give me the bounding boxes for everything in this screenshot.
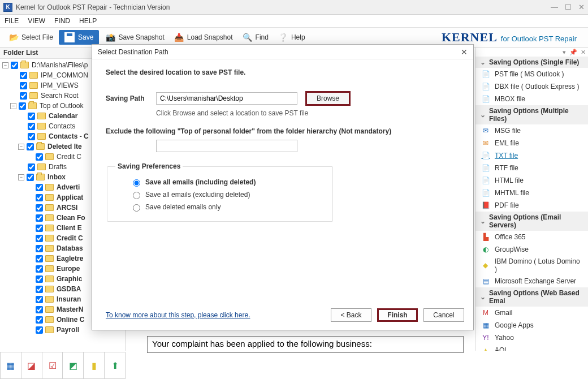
view-folder-button[interactable]: ▮ [84, 352, 105, 378]
select-file-button[interactable]: 📂 Select File [5, 29, 57, 45]
tree-item-label[interactable]: Adverti [57, 182, 80, 192]
tree-checkbox[interactable] [27, 143, 34, 150]
tree-checkbox[interactable] [36, 184, 43, 191]
tree-checkbox[interactable] [36, 306, 43, 313]
view-calendar-button[interactable]: ▦ [1, 352, 21, 378]
tree-item-label[interactable]: GSDBA [57, 284, 81, 294]
tree-item-label[interactable]: Applicat [57, 192, 83, 203]
opt-html[interactable]: 📄HTML file [475, 174, 588, 187]
tree-item-label[interactable]: Clean Fo [57, 213, 85, 223]
opt-eml[interactable]: ✉EML file [475, 137, 588, 149]
back-button[interactable]: < Back [331, 308, 371, 322]
cancel-button[interactable]: Cancel [423, 308, 464, 322]
opt-domino[interactable]: ◆IBM Domino ( Lotus Domino ) [475, 256, 588, 275]
group-web[interactable]: ⌄Saving Options (Web Based Emai [475, 287, 588, 307]
tree-checkbox[interactable] [36, 275, 43, 283]
menu-view[interactable]: VIEW [28, 17, 45, 25]
tree-item-label[interactable]: Europe [57, 264, 80, 274]
find-button[interactable]: 🔍 Find [239, 29, 272, 45]
tree-item-label[interactable]: Deleted Ite [47, 141, 82, 152]
menu-help[interactable]: HELP [79, 17, 97, 25]
tree-checkbox[interactable] [27, 174, 34, 181]
opt-groupwise[interactable]: ◐GroupWise [475, 243, 588, 256]
tree-checkbox[interactable] [36, 316, 43, 324]
tree-item-label[interactable]: Contacts - C [49, 131, 89, 141]
opt-gapps[interactable]: ▦Google Apps [475, 319, 588, 331]
panel-dropdown-icon[interactable]: ▾ [563, 49, 566, 56]
load-snapshot-button[interactable]: 📥 Load Snapshot [170, 29, 236, 45]
tree-item-label[interactable]: Databas [57, 243, 83, 253]
panel-pin-icon[interactable]: 📌 [569, 49, 577, 56]
tree-item-label[interactable]: Credit C [57, 152, 81, 162]
exclude-input[interactable] [156, 140, 297, 152]
expander-icon[interactable]: − [10, 103, 16, 109]
tree-checkbox[interactable] [36, 255, 43, 262]
group-multiple[interactable]: ⌄Saving Options (Multiple Files) [475, 105, 588, 124]
tree-item-label[interactable]: Search Root [41, 91, 79, 101]
pref-all-radio[interactable] [133, 179, 140, 187]
tree-checkbox[interactable] [36, 296, 43, 303]
tree-item-label[interactable]: Client E [57, 223, 82, 233]
minimize-button[interactable]: — [551, 3, 558, 11]
tree-item-label[interactable]: Top of Outlook [40, 101, 83, 111]
opt-dbx[interactable]: 📄DBX file ( Outlook Express ) [475, 80, 588, 93]
tree-item-label[interactable]: IPM_COMMON [41, 70, 88, 80]
opt-gmail[interactable]: MGmail [475, 307, 588, 319]
maximize-button[interactable]: ☐ [565, 3, 572, 11]
opt-yahoo[interactable]: Y!Yahoo [475, 331, 588, 344]
tree-item-label[interactable]: ARCSI [57, 203, 77, 213]
tree-checkbox[interactable] [28, 123, 35, 130]
browse-button[interactable]: Browse [305, 91, 351, 106]
help-button[interactable]: ❔ Help [274, 29, 309, 45]
view-up-button[interactable]: ⬆ [105, 352, 125, 378]
menu-find[interactable]: FIND [54, 17, 70, 25]
opt-o365[interactable]: ▙Office 365 [475, 231, 588, 243]
tree-item-label[interactable]: Online C [57, 315, 84, 325]
pref-excl-radio[interactable] [133, 192, 140, 199]
tree-checkbox[interactable] [36, 235, 43, 242]
opt-pdf[interactable]: 📕PDF file [475, 199, 588, 212]
view-notes-button[interactable]: ◩ [63, 352, 84, 378]
opt-mhtml[interactable]: 📄MHTML file [475, 187, 588, 199]
tree-checkbox[interactable] [36, 265, 43, 273]
tree-item-label[interactable]: MasterN [57, 304, 83, 315]
tree-item-label[interactable]: Credit C [57, 233, 83, 243]
tree-checkbox[interactable] [36, 194, 43, 201]
expander-icon[interactable]: − [2, 62, 8, 68]
group-single[interactable]: ⌄Saving Options (Single File) [475, 57, 588, 68]
opt-exchange[interactable]: ▤Microsoft Exchange Server [475, 275, 588, 287]
tree-item-label[interactable]: Graphic [57, 274, 82, 284]
opt-rtf[interactable]: 📄RTF file [475, 162, 588, 174]
opt-mbox[interactable]: 📄MBOX file [475, 93, 588, 105]
save-button[interactable]: Save [59, 30, 99, 45]
tree-item-label[interactable]: Eagletre [57, 253, 83, 264]
opt-msg[interactable]: ✉MSG file [475, 124, 588, 137]
pref-del-radio[interactable] [133, 204, 140, 212]
tree-checkbox[interactable] [28, 113, 35, 120]
tree-checkbox[interactable] [11, 62, 18, 69]
finish-button[interactable]: Finish [377, 308, 418, 322]
tree-checkbox[interactable] [36, 153, 43, 161]
expander-icon[interactable]: − [18, 144, 24, 150]
tree-checkbox[interactable] [19, 102, 26, 110]
learn-more-link[interactable]: To know more about this step, please cli… [106, 311, 250, 319]
tree-checkbox[interactable] [36, 225, 43, 232]
view-contact-button[interactable]: ◪ [21, 352, 42, 378]
tree-checkbox[interactable] [28, 133, 35, 140]
view-tasks-button[interactable]: ☑ [42, 352, 63, 378]
tree-item-label[interactable]: Payroll [57, 325, 79, 335]
tree-item-label[interactable]: IPM_VIEWS [41, 80, 79, 91]
tree-item-label[interactable]: Calendar [49, 111, 77, 121]
opt-pst[interactable]: 📄PST file ( MS Outlook ) [475, 68, 588, 80]
tree-checkbox[interactable] [20, 72, 27, 79]
tree-checkbox[interactable] [36, 326, 43, 334]
tree-checkbox[interactable] [28, 163, 35, 171]
tree-item-label[interactable]: Contacts [49, 121, 75, 131]
opt-aol[interactable]: ▲AOL [475, 344, 588, 351]
menu-file[interactable]: FILE [5, 17, 19, 25]
tree-checkbox[interactable] [36, 204, 43, 212]
group-email-servers[interactable]: ⌄Saving Options (Email Servers) [475, 212, 588, 231]
tree-checkbox[interactable] [20, 92, 27, 100]
dialog-close-button[interactable]: ✕ [461, 48, 468, 57]
close-button[interactable]: ✕ [578, 3, 585, 11]
